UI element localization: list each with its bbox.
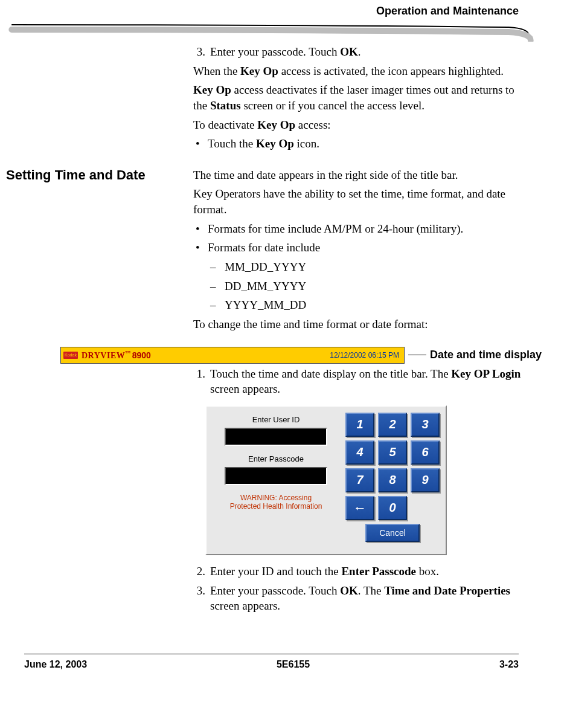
running-header: Operation and Maintenance bbox=[0, 0, 543, 18]
key-9[interactable]: 9 bbox=[411, 468, 440, 492]
date-fmt-1: MM_DD_YYYY bbox=[210, 259, 531, 275]
callout-label: Date and time display bbox=[430, 349, 542, 361]
key-2[interactable]: 2 bbox=[378, 413, 407, 437]
key-4[interactable]: 4 bbox=[345, 440, 374, 465]
step-2: 2.Enter your ID and touch the Enter Pass… bbox=[193, 564, 531, 579]
input-passcode[interactable] bbox=[225, 467, 327, 485]
sec-p2: Key Operators have the ability to set th… bbox=[193, 186, 531, 217]
section-heading-time-date: Setting Time and Date bbox=[0, 167, 193, 183]
step-1: 1.Touch the time and date display on the… bbox=[193, 366, 531, 397]
login-panel-screenshot: Enter User ID Enter Passcode WARNING: Ac… bbox=[205, 405, 447, 555]
footer-page: 3-23 bbox=[499, 659, 519, 670]
date-fmt-2: DD_MM_YYYY bbox=[210, 279, 531, 294]
input-user-id[interactable] bbox=[225, 428, 327, 446]
intro-bullet: Touch the Key Op icon. bbox=[193, 136, 531, 152]
key-1[interactable]: 1 bbox=[345, 413, 374, 437]
callout-line bbox=[408, 355, 426, 355]
header-swoosh-divider bbox=[0, 18, 543, 42]
key-0[interactable]: 0 bbox=[378, 496, 407, 520]
step-3: 3.Enter your passcode. Touch OK. The Tim… bbox=[193, 583, 531, 614]
footer-docnum: 5E6155 bbox=[277, 659, 310, 670]
key-7[interactable]: 7 bbox=[345, 468, 374, 492]
kodak-logo: Kodak bbox=[63, 352, 78, 359]
sec-p3: To change the time and time format or da… bbox=[193, 317, 531, 332]
sec-bullet-date-formats: Formats for date include bbox=[193, 240, 531, 256]
key-backspace[interactable]: ← bbox=[345, 496, 374, 520]
sec-bullet-time-formats: Formats for time include AM/PM or 24-hou… bbox=[193, 221, 531, 237]
key-5[interactable]: 5 bbox=[378, 440, 407, 465]
date-fmt-3: YYYY_MM_DD bbox=[210, 297, 531, 313]
key-6[interactable]: 6 bbox=[411, 440, 440, 465]
keypad: 1 2 3 4 5 6 7 8 9 ← 0 Cancel bbox=[345, 413, 440, 548]
key-3[interactable]: 3 bbox=[411, 413, 440, 437]
titlebar-datetime[interactable]: 12/12/2002 06:15 PM bbox=[325, 347, 404, 363]
titlebar-model: 8900 bbox=[132, 350, 151, 360]
titlebar-screenshot: Kodak DRYVIEW™ 8900 12/12/2002 06:15 PM bbox=[60, 347, 405, 364]
footer-date: June 12, 2003 bbox=[24, 659, 87, 670]
key-8[interactable]: 8 bbox=[378, 468, 407, 492]
intro-step-3: 3.Enter your passcode. Touch OK. bbox=[193, 44, 531, 60]
intro-p2: Key Op access deactivates if the laser i… bbox=[193, 82, 531, 113]
label-user-id: Enter User ID bbox=[252, 415, 300, 424]
intro-p3: To deactivate Key Op access: bbox=[193, 117, 531, 133]
label-passcode: Enter Passcode bbox=[248, 454, 304, 463]
intro-p1: When the Key Op access is activated, the… bbox=[193, 63, 531, 79]
key-cancel[interactable]: Cancel bbox=[365, 524, 420, 542]
page-footer: June 12, 2003 5E6155 3-23 bbox=[24, 654, 519, 670]
sec-p1: The time and date appears in the right s… bbox=[193, 167, 531, 183]
titlebar-brand: DRYVIEW™ bbox=[82, 350, 131, 361]
login-warning: WARNING: Accessing Protected Health Info… bbox=[230, 494, 322, 511]
